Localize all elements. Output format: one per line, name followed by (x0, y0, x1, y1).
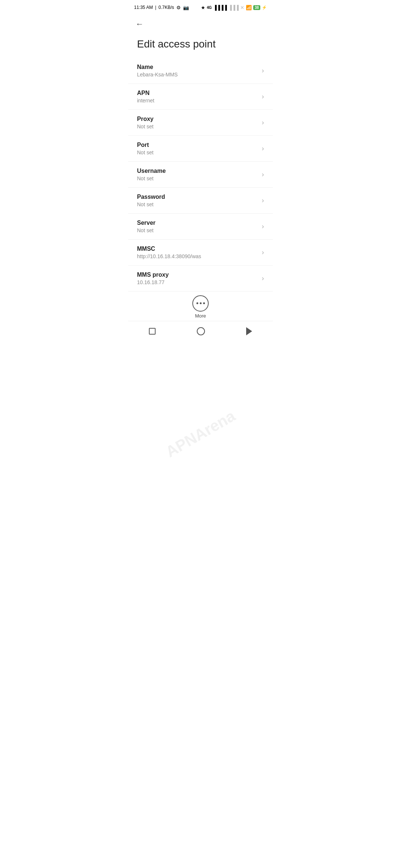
settings-item-label: Name (137, 64, 259, 70)
settings-item-proxy[interactable]: Proxy Not set › (128, 110, 273, 136)
time-text: 11:35 AM (134, 5, 153, 10)
recents-button[interactable] (138, 326, 166, 336)
wifi-icon: 📶 (246, 5, 252, 10)
settings-item-value: internet (137, 98, 259, 103)
settings-item-content: Port Not set (137, 142, 259, 155)
settings-item-label: MMSC (137, 246, 259, 252)
settings-item-label: Port (137, 142, 259, 148)
network-4g-icon: 4G (207, 6, 212, 10)
settings-item-value: Not set (137, 149, 259, 155)
camera-icon: 📷 (183, 5, 189, 10)
settings-item-content: MMSC http://10.16.18.4:38090/was (137, 246, 259, 259)
settings-item-label: Server (137, 220, 259, 226)
settings-item-value: Not set (137, 175, 259, 181)
settings-item-content: Server Not set (137, 220, 259, 233)
battery-indicator: 38 (253, 5, 260, 10)
chevron-right-icon: › (262, 67, 264, 75)
settings-item-value: Not set (137, 201, 259, 207)
settings-item-content: APN internet (137, 90, 259, 103)
chevron-right-icon: › (262, 171, 264, 178)
recents-icon (149, 328, 156, 335)
settings-item-label: Password (137, 194, 259, 200)
chevron-right-icon: › (262, 274, 264, 282)
settings-item-content: MMS proxy 10.16.18.77 (137, 272, 259, 285)
more-section[interactable]: More (128, 291, 273, 321)
settings-item-password[interactable]: Password Not set › (128, 188, 273, 214)
home-button[interactable] (186, 326, 215, 337)
home-icon (197, 327, 205, 335)
settings-item-label: MMS proxy (137, 272, 259, 278)
toolbar: ← (128, 13, 273, 33)
settings-icon: ⚙ (176, 5, 181, 10)
lightning-icon: ⚡ (262, 5, 267, 10)
back-nav-button[interactable] (236, 326, 263, 337)
dot-3 (203, 302, 205, 304)
network-speed: 0.7KB/s (159, 5, 174, 10)
page-title: Edit access point (128, 33, 273, 58)
settings-item-port[interactable]: Port Not set › (128, 136, 273, 162)
dot-1 (196, 302, 198, 304)
settings-item-value: Lebara-Ksa-MMS (137, 72, 259, 78)
settings-item-label: Username (137, 168, 259, 174)
settings-item-mms-proxy[interactable]: MMS proxy 10.16.18.77 › (128, 266, 273, 291)
more-icon[interactable] (192, 295, 209, 312)
settings-list: Name Lebara-Ksa-MMS › APN internet › Pro… (128, 58, 273, 291)
settings-item-username[interactable]: Username Not set › (128, 162, 273, 188)
settings-item-content: Username Not set (137, 168, 259, 181)
chevron-right-icon: › (262, 145, 264, 152)
chevron-right-icon: › (262, 93, 264, 101)
chevron-right-icon: › (262, 249, 264, 256)
chevron-right-icon: › (262, 197, 264, 204)
settings-item-apn[interactable]: APN internet › (128, 84, 273, 110)
settings-item-content: Name Lebara-Ksa-MMS (137, 64, 259, 78)
signal-icon: ▐▐▐▐ (213, 5, 227, 10)
settings-item-name[interactable]: Name Lebara-Ksa-MMS › (128, 58, 273, 84)
dot-2 (200, 302, 202, 304)
settings-item-content: Proxy Not set (137, 116, 259, 129)
back-nav-icon (246, 327, 252, 335)
divider: | (155, 5, 156, 10)
chevron-right-icon: › (262, 119, 264, 126)
status-left: 11:35 AM | 0.7KB/s ⚙ 📷 (134, 5, 189, 10)
settings-item-value: 10.16.18.77 (137, 279, 259, 285)
status-right: ★ 4G ▐▐▐▐ ▐▐▐ ✕ 📶 38 ⚡ (201, 5, 267, 10)
chevron-right-icon: › (262, 223, 264, 230)
settings-item-value: Not set (137, 124, 259, 129)
more-dots (196, 302, 205, 304)
settings-item-label: APN (137, 90, 259, 96)
bluetooth-icon: ★ (201, 5, 205, 10)
settings-item-mmsc[interactable]: MMSC http://10.16.18.4:38090/was › (128, 240, 273, 266)
more-label: More (195, 313, 206, 319)
signal2-icon: ▐▐▐ (228, 5, 239, 10)
settings-item-content: Password Not set (137, 194, 259, 207)
wifi-cross-icon: ✕ (240, 5, 244, 10)
nav-bar (128, 321, 273, 343)
settings-item-value: http://10.16.18.4:38090/was (137, 253, 259, 259)
status-bar: 11:35 AM | 0.7KB/s ⚙ 📷 ★ 4G ▐▐▐▐ ▐▐▐ ✕ 📶… (128, 0, 273, 13)
settings-item-value: Not set (137, 227, 259, 233)
back-button[interactable]: ← (134, 18, 145, 30)
settings-item-server[interactable]: Server Not set › (128, 214, 273, 240)
settings-item-label: Proxy (137, 116, 259, 122)
